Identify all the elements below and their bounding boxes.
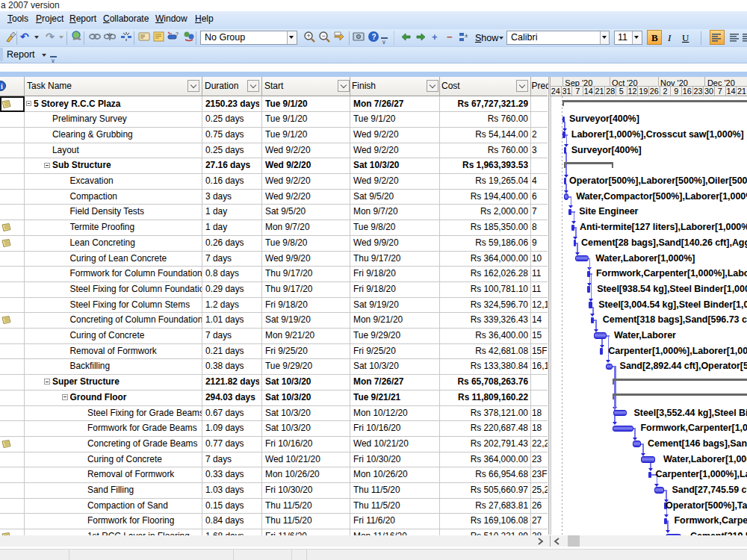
svg-text:?: ? — [372, 33, 376, 41]
svg-text:±: ± — [465, 32, 468, 39]
svg-text:?: ? — [176, 31, 179, 37]
svg-text:+: + — [306, 32, 310, 40]
svg-text:−: − — [321, 32, 325, 40]
